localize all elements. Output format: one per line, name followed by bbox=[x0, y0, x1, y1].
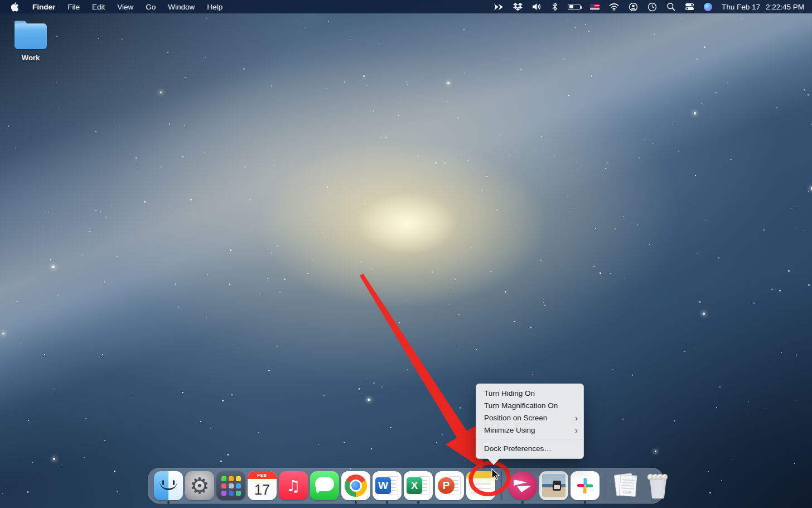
dock-item-notes[interactable] bbox=[466, 471, 495, 500]
apple-logo-icon bbox=[10, 2, 18, 12]
submenu-chevron-icon: › bbox=[575, 414, 578, 422]
menubar-item-window[interactable]: Window bbox=[162, 0, 201, 13]
gear-icon: ⚙ bbox=[185, 471, 214, 500]
excel-icon: X bbox=[404, 471, 433, 500]
dock-item-launchpad[interactable] bbox=[216, 471, 245, 500]
notes-icon bbox=[466, 471, 495, 500]
spotlight-search-icon[interactable] bbox=[662, 0, 680, 13]
dock-item-powerpoint[interactable]: P bbox=[435, 471, 464, 500]
file-type-label: CSV bbox=[620, 490, 635, 495]
control-center-icon[interactable] bbox=[680, 0, 699, 13]
launchpad-icon bbox=[216, 471, 245, 500]
running-indicator bbox=[417, 501, 419, 504]
pink-circle-app-icon bbox=[508, 471, 537, 500]
dock-item-calendar[interactable]: FEB 17 bbox=[248, 471, 277, 500]
menubar-item-edit[interactable]: Edit bbox=[86, 0, 111, 13]
finder-icon bbox=[154, 471, 183, 500]
word-icon: W bbox=[373, 471, 402, 500]
menubar-item-help[interactable]: Help bbox=[201, 0, 229, 13]
speech-bubble-icon bbox=[310, 471, 339, 500]
dock-item-finder[interactable] bbox=[154, 471, 183, 500]
dock-item-photo-file[interactable] bbox=[539, 471, 568, 500]
dock-item-chrome[interactable] bbox=[341, 471, 370, 500]
calendar-month: FEB bbox=[248, 471, 277, 479]
feather-arrows-icon[interactable] bbox=[489, 0, 509, 13]
user-account-icon[interactable] bbox=[624, 0, 643, 13]
powerpoint-letter: P bbox=[438, 477, 455, 494]
running-indicator bbox=[521, 501, 524, 504]
word-letter: W bbox=[375, 477, 391, 494]
dock-item-music[interactable]: ♫ bbox=[279, 471, 308, 500]
menu-separator bbox=[476, 439, 583, 439]
menu-item-position-on-screen[interactable]: Position on Screen › bbox=[476, 411, 583, 424]
menu-bar: Finder File Edit View Go Window Help bbox=[0, 0, 812, 13]
dock-item-excel[interactable]: X bbox=[404, 471, 433, 500]
running-indicator bbox=[167, 501, 170, 504]
bluetooth-icon[interactable] bbox=[547, 0, 563, 13]
dock-item-slack[interactable] bbox=[571, 471, 600, 500]
submenu-chevron-icon: › bbox=[575, 426, 578, 434]
menu-item-minimize-using[interactable]: Minimize Using › bbox=[476, 424, 583, 436]
dock-item-system-preferences[interactable]: ⚙ bbox=[185, 471, 214, 500]
running-indicator bbox=[386, 501, 388, 504]
dock-separator[interactable] bbox=[501, 471, 502, 500]
chrome-icon bbox=[341, 471, 370, 500]
dock-separator[interactable] bbox=[606, 471, 606, 500]
dropbox-icon[interactable] bbox=[509, 0, 528, 13]
trash-full-icon bbox=[647, 473, 669, 499]
dock: ⚙ FEB 17 ♫ W X bbox=[148, 468, 664, 504]
menubar-item-view[interactable]: View bbox=[111, 0, 139, 13]
siri-icon[interactable] bbox=[699, 0, 717, 13]
dock-context-menu: Turn Hiding On Turn Magnification On Pos… bbox=[476, 384, 584, 459]
dock-item-pink-circle-app[interactable] bbox=[508, 471, 537, 500]
excel-letter: X bbox=[407, 477, 422, 494]
menubar-item-file[interactable]: File bbox=[61, 0, 86, 13]
recent-items-clock-icon[interactable] bbox=[643, 0, 662, 13]
dock-item-trash[interactable] bbox=[644, 471, 673, 500]
menu-item-turn-hiding-on[interactable]: Turn Hiding On bbox=[476, 387, 583, 399]
music-note-icon: ♫ bbox=[279, 471, 308, 500]
desktop-folder-work[interactable]: Work bbox=[10, 23, 51, 62]
menu-item-turn-magnification-on[interactable]: Turn Magnification On bbox=[476, 399, 583, 411]
star-field bbox=[0, 0, 812, 508]
dock-item-word[interactable]: W bbox=[373, 471, 402, 500]
powerpoint-icon: P bbox=[435, 471, 464, 500]
battery-icon[interactable] bbox=[563, 0, 586, 13]
desktop-wallpaper bbox=[0, 0, 812, 508]
folder-label: Work bbox=[10, 54, 51, 62]
blue-folder-icon bbox=[14, 23, 47, 49]
wifi-icon[interactable] bbox=[605, 0, 624, 13]
slack-icon bbox=[571, 471, 600, 500]
menubar-item-go[interactable]: Go bbox=[139, 0, 162, 13]
menubar-time: 2:22:45 PM bbox=[766, 3, 804, 11]
volume-icon[interactable] bbox=[528, 0, 547, 13]
running-indicator bbox=[355, 501, 357, 504]
menubar-date: Thu Feb 17 bbox=[722, 3, 760, 11]
apple-menu[interactable] bbox=[0, 2, 26, 12]
calendar-day: 17 bbox=[248, 479, 277, 500]
menubar-clock[interactable]: Thu Feb 17 2:22:45 PM bbox=[717, 3, 812, 11]
menu-item-dock-preferences[interactable]: Dock Preferences… bbox=[476, 442, 583, 454]
calendar-icon: FEB 17 bbox=[248, 471, 277, 500]
input-source-flag-icon[interactable] bbox=[586, 0, 605, 13]
dock-item-messages[interactable] bbox=[310, 471, 339, 500]
photo-thumbnail-icon bbox=[539, 471, 568, 500]
running-indicator bbox=[584, 501, 586, 504]
menubar-app-name[interactable]: Finder bbox=[26, 0, 61, 13]
documents-stack-icon: CSV bbox=[614, 473, 640, 499]
dock-item-downloads-stack[interactable]: CSV bbox=[612, 471, 641, 500]
